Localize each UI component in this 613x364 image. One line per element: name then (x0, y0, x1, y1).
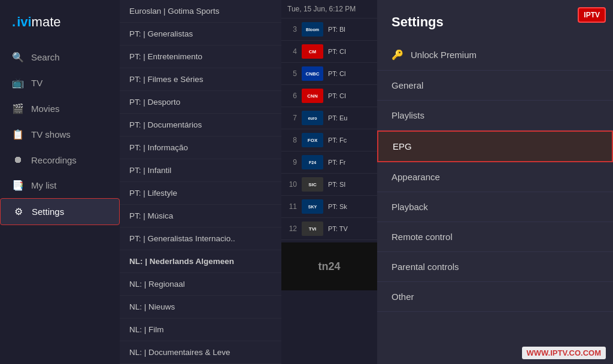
channel-logo: TVI (302, 222, 323, 236)
channel-logo: FOX (302, 133, 323, 147)
list-item[interactable]: PT: | Música (120, 205, 281, 228)
list-item[interactable]: PT: | Documentários (120, 114, 281, 136)
sidebar-item-mylist[interactable]: 📑 My list (0, 172, 120, 198)
list-item[interactable]: PT: | Filmes e Séries (120, 68, 281, 91)
channel-number: 10 (286, 180, 297, 189)
search-icon: 🔍 (12, 51, 24, 63)
list-item[interactable]: PT: | Informação (120, 136, 281, 159)
channel-number: 12 (286, 225, 297, 233)
epg-row[interactable]: 10 SIC PT: SI (281, 174, 377, 196)
settings-item-remote[interactable]: Remote control (377, 222, 613, 252)
epg-panel: Tue, 15 Jun, 6:12 PM 3 Bloom PT: Bl 4 CM… (281, 0, 377, 364)
channel-number: 4 (286, 47, 297, 56)
epg-row[interactable]: 7 euro PT: Eu (281, 107, 377, 129)
epg-row[interactable]: 3 Bloom PT: Bl (281, 19, 377, 41)
epg-row[interactable]: 5 CNBC PT: Cl (281, 63, 377, 85)
iptv-watermark: WWW.IPTV.CO.COM (522, 347, 606, 359)
channel-info: PT: Cl (328, 70, 345, 77)
list-item[interactable]: NL: | Regionaal (120, 273, 281, 296)
movies-icon: 🎬 (12, 103, 24, 114)
mylist-icon: 📑 (12, 180, 24, 191)
epg-row[interactable]: 12 TVI PT: TV (281, 218, 377, 240)
sidebar-item-tvshows[interactable]: 📋 TV shows (0, 122, 120, 147)
channel-logo: euro (302, 111, 323, 125)
list-item[interactable]: PT: | Desporto (120, 91, 281, 114)
sidebar-item-label: Recordings (31, 155, 77, 165)
settings-item-label: Other (392, 292, 414, 302)
channel-number: 11 (286, 202, 297, 211)
sidebar-item-tv[interactable]: 📺 TV (0, 70, 120, 96)
settings-item-parental[interactable]: Parental controls (377, 252, 613, 282)
settings-panel: IPTV Settings 🔑 Unlock Premium General P… (377, 0, 613, 364)
list-item[interactable]: PT: | Entretenimento (120, 46, 281, 68)
list-item[interactable]: NL: | Film (120, 318, 281, 341)
settings-item-epg[interactable]: EPG (377, 131, 613, 162)
sidebar-item-settings[interactable]: ⚙ Settings (0, 198, 120, 225)
channel-info: PT: Bl (328, 26, 345, 33)
list-item[interactable]: PT: | Infantil (120, 159, 281, 182)
list-item[interactable]: PT: | Generalistas (120, 23, 281, 46)
settings-item-general[interactable]: General (377, 71, 613, 101)
channel-logo: CNBC (302, 66, 323, 81)
sidebar-item-label: Settings (32, 207, 64, 217)
sidebar-item-label: My list (31, 180, 57, 190)
list-item[interactable]: Euroslan | Gotima Sports (120, 0, 281, 23)
app-logo: . ivi mate (0, 10, 120, 44)
tv-icon: 📺 (12, 77, 24, 89)
channel-number: 6 (286, 92, 297, 100)
settings-item-label: Appearance (392, 172, 440, 182)
epg-row[interactable]: 4 CM PT: CI (281, 41, 377, 63)
recordings-icon: ⏺ (12, 154, 24, 165)
sidebar-item-label: TV (31, 78, 43, 88)
key-icon: 🔑 (392, 49, 403, 60)
settings-item-label: General (392, 80, 423, 90)
channel-logo: CNN (302, 89, 323, 103)
list-item[interactable]: NL: | Nederlands Algemeen (120, 250, 281, 273)
settings-item-playlists[interactable]: Playlists (377, 101, 613, 131)
settings-item-appearance[interactable]: Appearance (377, 162, 613, 192)
epg-header: Tue, 15 Jun, 6:12 PM (281, 0, 377, 19)
sidebar-item-label: Search (31, 52, 60, 62)
list-item[interactable]: PT: | Lifestyle (120, 182, 281, 205)
settings-item-label: EPG (393, 141, 412, 151)
channel-info: PT: Sk (328, 203, 347, 210)
logo-mate: mate (32, 14, 61, 30)
list-item[interactable]: NL: | Nieuws (120, 296, 281, 318)
channel-number: 3 (286, 25, 297, 34)
channel-logo: SKY (302, 199, 323, 214)
channel-number: 5 (286, 69, 297, 78)
sidebar-item-label: TV shows (31, 129, 71, 139)
tvshows-icon: 📋 (12, 129, 24, 140)
channel-info: PT: Fr (328, 159, 345, 166)
channel-number: 8 (286, 136, 297, 144)
settings-item-unlock[interactable]: 🔑 Unlock Premium (377, 40, 613, 71)
sidebar-item-label: Movies (31, 104, 60, 114)
sidebar-item-search[interactable]: 🔍 Search (0, 44, 120, 70)
channel-logo: F24 (302, 155, 323, 169)
settings-item-label: Playlists (392, 110, 424, 120)
list-item[interactable]: PT: | Generalistas Internacio.. (120, 228, 281, 250)
list-item[interactable]: NL: | Documentaires & Leve (120, 341, 281, 364)
sidebar-item-movies[interactable]: 🎬 Movies (0, 96, 120, 122)
channel-info: PT: TV (328, 225, 348, 232)
channel-logo: SIC (302, 177, 323, 192)
channel-logo: CM (302, 44, 323, 59)
channel-list: Euroslan | Gotima Sports PT: | Generalis… (120, 0, 281, 364)
channel-info: PT: Fc (328, 136, 347, 144)
settings-icon: ⚙ (13, 206, 25, 217)
epg-row[interactable]: 11 SKY PT: Sk (281, 196, 377, 218)
settings-item-label: Parental controls (392, 262, 459, 272)
settings-item-label: Unlock Premium (411, 50, 477, 60)
sidebar-item-recordings[interactable]: ⏺ Recordings (0, 147, 120, 172)
channel-number: 9 (286, 158, 297, 166)
iptv-badge: IPTV (578, 7, 606, 23)
channel-info: PT: CI (328, 92, 346, 99)
sidebar: . ivi mate 🔍 Search 📺 TV 🎬 Movies 📋 TV s… (0, 0, 120, 364)
channel-number: 7 (286, 114, 297, 122)
epg-row[interactable]: 8 FOX PT: Fc (281, 129, 377, 151)
epg-row[interactable]: 9 F24 PT: Fr (281, 151, 377, 174)
settings-item-playback[interactable]: Playback (377, 192, 613, 222)
epg-row[interactable]: 6 CNN PT: CI (281, 85, 377, 107)
settings-item-label: Playback (392, 202, 428, 212)
settings-item-other[interactable]: Other (377, 282, 613, 312)
